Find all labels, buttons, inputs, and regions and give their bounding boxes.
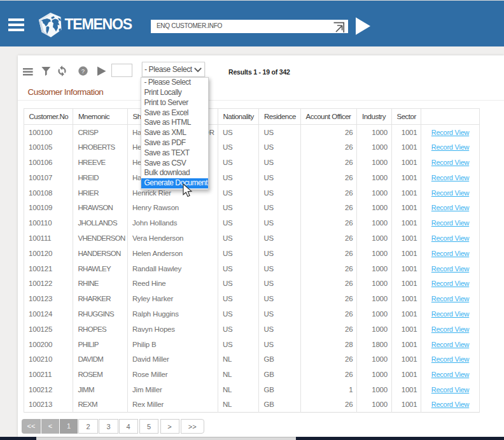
svg-text:?: ?: [81, 67, 84, 75]
